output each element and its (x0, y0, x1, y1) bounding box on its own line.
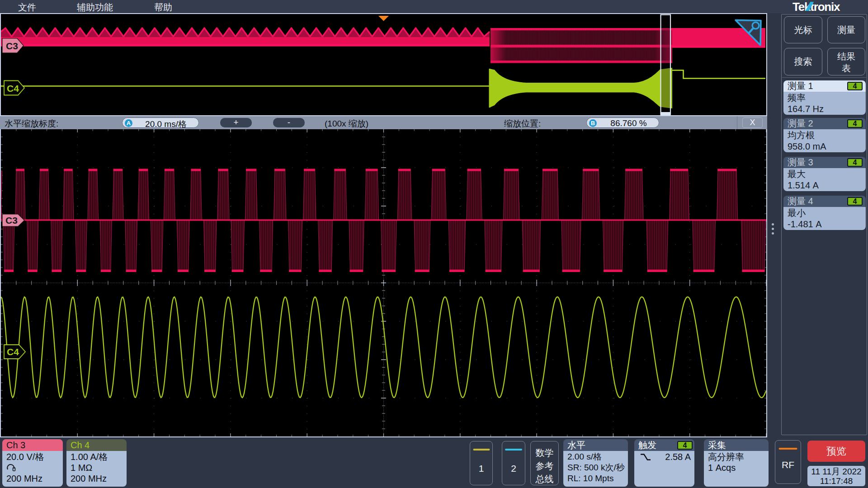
svg-text:C4: C4 (7, 83, 19, 94)
svg-text:C3: C3 (5, 215, 18, 225)
svg-text:C3: C3 (6, 41, 18, 51)
svg-text:C4: C4 (7, 347, 19, 357)
